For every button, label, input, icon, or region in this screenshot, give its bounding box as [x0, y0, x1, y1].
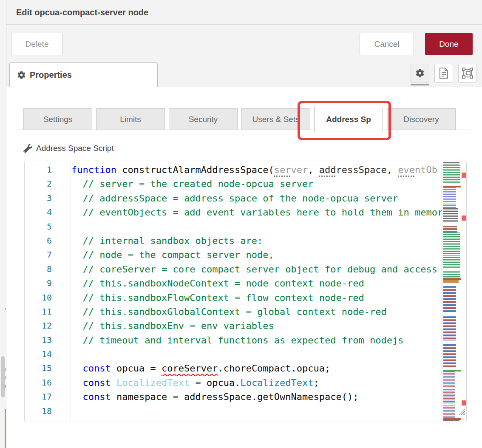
tab-discovery[interactable]: Discovery [387, 108, 456, 130]
minimap-segment [443, 204, 456, 208]
minimap-segment [443, 280, 459, 283]
dialog-button-row: Delete Cancel Done [6, 25, 482, 60]
workspace-edge [0, 0, 6, 448]
node-description-button[interactable] [434, 64, 453, 82]
code-text: // this.sandboxFlowContext = flow contex… [71, 291, 364, 305]
code-text: function constructAlarmAddressSpace(serv… [71, 163, 437, 177]
line-number: 5 [25, 220, 71, 234]
minimap-segment [443, 420, 459, 422]
code-editor[interactable]: 1function constructAlarmAddressSpace(ser… [24, 161, 467, 422]
section-label: Address Space Script [23, 144, 114, 153]
line-number: 4 [25, 205, 71, 219]
node-properties-button[interactable] [411, 64, 429, 82]
code-line[interactable]: 12 // this.sandboxEnv = env variables [25, 319, 442, 333]
code-text: // this.sandboxNodeContext = node contex… [71, 276, 364, 290]
code-line[interactable]: 15 const opcua = coreServer.choreCompact… [25, 361, 442, 375]
gear-icon [416, 69, 424, 77]
dialog-header: Edit opcua-compact-server node [6, 0, 482, 25]
code-line[interactable]: 4 // eventObjects = add event variables … [25, 205, 442, 219]
properties-content: SettingsLimitsSecurityUsers & SetsAddres… [6, 87, 482, 448]
code-line[interactable]: 13 // timeout and interval functions as … [25, 333, 442, 347]
dialog-title: Edit opcua-compact-server node [16, 8, 148, 17]
delete-button[interactable]: Delete [11, 33, 63, 55]
line-number: 16 [25, 376, 71, 390]
code-text: // eventObjects = add event variables he… [71, 205, 442, 219]
code-text: // this.sandboxEnv = env variables [71, 319, 274, 333]
code-line[interactable]: 16 const LocalizedText = opcua.Localized… [25, 376, 442, 390]
code-text: // internal sandbox objects are: [71, 234, 263, 248]
minimap-segment [443, 165, 460, 183]
minimap-segment [443, 233, 460, 254]
edit-node-dialog: Edit opcua-compact-server node Delete Ca… [6, 0, 482, 448]
code-line[interactable]: 10 // this.sandboxFlowContext = flow con… [25, 291, 442, 305]
minimap-segment [443, 255, 460, 268]
code-text: const LocalizedText = opcua.LocalizedTex… [71, 376, 319, 390]
line-number: 15 [25, 361, 71, 375]
code-text: const namespace = addressSpace.getOwnNam… [71, 390, 359, 404]
minimap-segment [443, 286, 456, 312]
code-line[interactable]: 1function constructAlarmAddressSpace(ser… [25, 163, 442, 177]
done-button[interactable]: Done [425, 33, 473, 55]
line-number: 11 [25, 305, 71, 319]
line-number: 12 [25, 319, 71, 333]
document-icon [439, 68, 449, 79]
code-text: // node = the compact server node, [71, 248, 274, 262]
error-marker [462, 215, 466, 221]
cancel-button[interactable]: Cancel [360, 33, 414, 55]
code-line[interactable]: 19 const Variant = opcua.Variant; [25, 418, 442, 422]
scroll-mark [5, 385, 6, 388]
code-line[interactable]: 11 // this.sandboxGlobalContext = global… [25, 305, 442, 319]
tab-address-space[interactable]: Address Sp [314, 106, 383, 132]
code-line[interactable]: 7 // node = the compact server node, [25, 248, 442, 262]
appearance-icon [462, 68, 473, 79]
code-line[interactable]: 9 // this.sandboxNodeContext = node cont… [25, 276, 442, 290]
error-marker [462, 400, 466, 405]
tab-properties[interactable]: Properties [9, 62, 158, 87]
code-line[interactable]: 18 [25, 404, 442, 418]
line-number: 19 [25, 418, 71, 422]
tab-security[interactable]: Security [169, 108, 238, 130]
gear-icon [17, 71, 26, 79]
line-number: 6 [25, 234, 71, 248]
code-line[interactable]: 14 [25, 347, 442, 361]
code-line[interactable]: 6 // internal sandbox objects are: [25, 234, 442, 248]
code-line[interactable]: 8 // coreServer = core compact server ob… [25, 262, 442, 276]
wrench-icon [23, 144, 32, 153]
minimap-segment [443, 162, 459, 165]
code-area[interactable]: 1function constructAlarmAddressSpace(ser… [25, 161, 442, 422]
vertical-scrollbar-thumb[interactable] [1, 356, 5, 397]
code-line[interactable]: 3 // addressSpace = address space of the… [25, 191, 442, 205]
minimap-segment [443, 316, 456, 340]
tab-settings[interactable]: Settings [23, 108, 92, 130]
scroll-mark [5, 376, 6, 379]
code-text [71, 404, 71, 418]
line-number: 9 [25, 276, 71, 290]
tab-limits[interactable]: Limits [96, 108, 165, 130]
code-text [71, 220, 71, 234]
scroll-mark [5, 308, 6, 310]
scroll-mark [5, 368, 6, 371]
tab-users[interactable]: Users & Sets [241, 108, 310, 130]
code-line[interactable]: 17 const namespace = addressSpace.getOwn… [25, 390, 442, 404]
line-number: 10 [25, 291, 71, 305]
minimap-segment [443, 187, 456, 202]
section-label-text: Address Space Script [36, 144, 114, 153]
line-number: 2 [25, 177, 71, 191]
minimap-segment [443, 389, 455, 404]
minimap-segment [443, 226, 457, 233]
code-text: // coreServer = core compact server obje… [71, 262, 437, 276]
code-text: const Variant = opcua.Variant; [71, 418, 252, 422]
minimap[interactable] [442, 162, 461, 421]
code-text: // server = the created node-opcua serve… [71, 177, 314, 191]
line-number: 7 [25, 248, 71, 262]
line-number: 13 [25, 333, 71, 347]
code-line[interactable]: 2 // server = the created node-opcua ser… [25, 177, 442, 191]
properties-tab-label: Properties [30, 70, 72, 80]
node-appearance-button[interactable] [458, 64, 477, 82]
line-number: 18 [25, 404, 71, 418]
code-line[interactable]: 5 [25, 220, 442, 234]
code-text [71, 347, 71, 361]
error-marker [462, 173, 466, 178]
code-text: // timeout and interval functions as exp… [71, 333, 403, 347]
line-number: 1 [25, 163, 71, 177]
